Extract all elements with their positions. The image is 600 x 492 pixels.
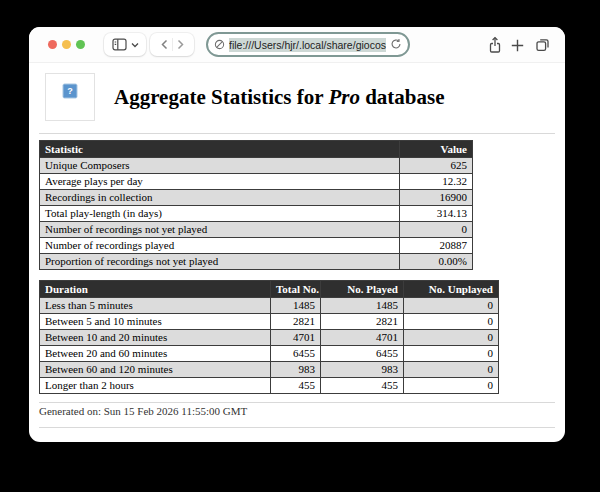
column-header: Value xyxy=(400,141,473,158)
cell: Between 60 and 120 minutes xyxy=(40,362,271,378)
broken-image-placeholder: ? xyxy=(45,73,95,121)
table-row: Total play-length (in days)314.13 xyxy=(40,206,473,222)
cell: 4701 xyxy=(271,330,321,346)
divider xyxy=(39,402,555,403)
cell: 12.32 xyxy=(400,174,473,190)
cell: 455 xyxy=(271,378,321,394)
table-row: Recordings in collection16900 xyxy=(40,190,473,206)
cell: Proportion of recordings not yet played xyxy=(40,254,400,270)
cell: Number of recordings not yet played xyxy=(40,222,400,238)
cell: Total play-length (in days) xyxy=(40,206,400,222)
table-row: Between 60 and 120 minutes9839830 xyxy=(40,362,499,378)
cell: 455 xyxy=(321,378,404,394)
page-title-prefix: Aggregate Statistics for xyxy=(114,85,328,109)
cell: 2821 xyxy=(321,314,404,330)
divider xyxy=(39,427,555,428)
forward-icon[interactable] xyxy=(176,39,185,50)
cell: Recordings in collection xyxy=(40,190,400,206)
cell: 0 xyxy=(404,346,499,362)
column-header: Total No. xyxy=(271,281,321,298)
minimize-window-button[interactable] xyxy=(62,40,71,49)
column-header: No. Unplayed xyxy=(404,281,499,298)
stats-table: StatisticValueUnique Composers625Average… xyxy=(39,140,473,270)
page-title-suffix: database xyxy=(360,85,445,109)
cell: 16900 xyxy=(400,190,473,206)
cell: Unique Composers xyxy=(40,158,400,174)
cell: 0 xyxy=(404,330,499,346)
cell: 6455 xyxy=(271,346,321,362)
share-icon[interactable] xyxy=(487,36,503,58)
cell: Longer than 2 hours xyxy=(40,378,271,394)
cell: Average plays per day xyxy=(40,174,400,190)
column-header: Statistic xyxy=(40,141,400,158)
header-row: StatisticValue xyxy=(40,141,473,158)
reload-icon[interactable] xyxy=(390,36,402,54)
nav-divider xyxy=(172,38,173,51)
table-row: Between 20 and 60 minutes645564550 xyxy=(40,346,499,362)
chevron-down-icon[interactable] xyxy=(131,42,139,48)
cell: 0 xyxy=(404,362,499,378)
header-row: DurationTotal No.No. PlayedNo. Unplayed xyxy=(40,281,499,298)
table-row: Proportion of recordings not yet played0… xyxy=(40,254,473,270)
cell: Between 5 and 10 minutes xyxy=(40,314,271,330)
page-title-db-name: Pro xyxy=(328,85,360,109)
cell: 983 xyxy=(321,362,404,378)
cell: 1485 xyxy=(271,298,321,314)
close-window-button[interactable] xyxy=(48,40,57,49)
sidebar-icon[interactable] xyxy=(112,38,127,51)
tab-overview-icon[interactable] xyxy=(535,37,550,56)
page-title: Aggregate Statistics for Pro database xyxy=(114,85,445,110)
missing-image-icon: ? xyxy=(63,84,78,99)
duration-table: DurationTotal No.No. PlayedNo. UnplayedL… xyxy=(39,280,499,394)
cell: Between 20 and 60 minutes xyxy=(40,346,271,362)
back-icon[interactable] xyxy=(160,39,169,50)
table-row: Average plays per day12.32 xyxy=(40,174,473,190)
table-row: Number of recordings played20887 xyxy=(40,238,473,254)
generated-timestamp: Generated on: Sun 15 Feb 2026 11:55:00 G… xyxy=(39,405,247,417)
cell: 314.13 xyxy=(400,206,473,222)
cell: Number of recordings played xyxy=(40,238,400,254)
url-text[interactable]: file:///Users/hjr/.local/share/giocoso3/… xyxy=(229,38,386,52)
table-row: Number of recordings not yet played0 xyxy=(40,222,473,238)
table-row: Between 10 and 20 minutes470147010 xyxy=(40,330,499,346)
browser-toolbar: file:///Users/hjr/.local/share/giocoso3/… xyxy=(29,27,565,63)
address-bar[interactable]: file:///Users/hjr/.local/share/giocoso3/… xyxy=(206,32,410,57)
cell: 625 xyxy=(400,158,473,174)
cell: 6455 xyxy=(321,346,404,362)
cell: 0.00% xyxy=(400,254,473,270)
column-header: No. Played xyxy=(321,281,404,298)
cell: 983 xyxy=(271,362,321,378)
divider xyxy=(39,133,555,134)
cell: 0 xyxy=(400,222,473,238)
cell: 2821 xyxy=(271,314,321,330)
cell: Less than 5 minutes xyxy=(40,298,271,314)
cell: 0 xyxy=(404,298,499,314)
cell: 0 xyxy=(404,314,499,330)
sidebar-controls xyxy=(104,33,146,56)
table-row: Longer than 2 hours4554550 xyxy=(40,378,499,394)
page-header: ? Aggregate Statistics for Pro database xyxy=(45,73,445,121)
table-row: Between 5 and 10 minutes282128210 xyxy=(40,314,499,330)
cell: Between 10 and 20 minutes xyxy=(40,330,271,346)
circle-slash-icon xyxy=(214,36,225,54)
cell: 1485 xyxy=(321,298,404,314)
cell: 4701 xyxy=(321,330,404,346)
column-header: Duration xyxy=(40,281,271,298)
table-row: Less than 5 minutes148514850 xyxy=(40,298,499,314)
table-row: Unique Composers625 xyxy=(40,158,473,174)
cell: 0 xyxy=(404,378,499,394)
browser-window: file:///Users/hjr/.local/share/giocoso3/… xyxy=(29,27,565,442)
new-tab-icon[interactable] xyxy=(511,38,524,56)
history-nav xyxy=(150,33,194,56)
cell: 20887 xyxy=(400,238,473,254)
zoom-window-button[interactable] xyxy=(76,40,85,49)
